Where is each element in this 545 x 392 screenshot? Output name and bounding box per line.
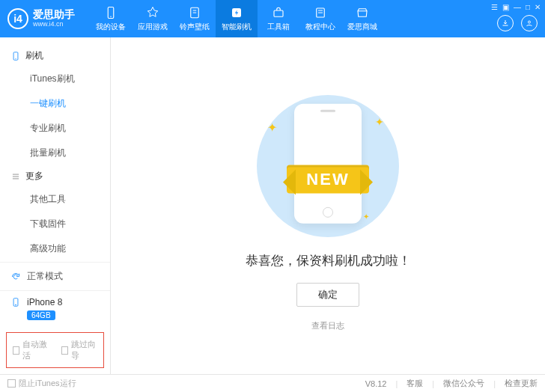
storage-badge: 64GB [27,310,55,320]
view-log-link[interactable]: 查看日志 [311,320,344,331]
wechat-link[interactable]: 微信公众号 [443,378,484,389]
svg-rect-4 [274,10,283,16]
support-link[interactable]: 客服 [407,378,423,389]
auto-activate-checkbox[interactable]: 自动激活 [13,339,49,361]
minimize-icon[interactable]: — [514,3,521,11]
sidebar-item-advanced[interactable]: 高级功能 [30,236,100,261]
logo-icon: i4 [7,8,28,29]
main-panel: ✦ ✦ ✦ NEW 恭喜您，保资料刷机成功啦！ 确定 查看日志 [111,37,545,374]
nav-my-device[interactable]: 我的设备 [90,0,132,37]
window-controls: ☰ ▣ — □ ✕ [491,3,541,11]
nav-store[interactable]: 爱思商城 [341,0,383,37]
sidebar-group-flash[interactable]: 刷机 [10,45,100,67]
skin-icon[interactable]: ▣ [502,3,509,11]
nav-flash[interactable]: 智能刷机 [216,0,258,37]
sidebar-item-onekey-flash[interactable]: 一键刷机 [30,91,100,116]
svg-point-1 [110,16,112,17]
sparkle-icon: ✦ [375,116,384,128]
nav-ringtones[interactable]: 铃声壁纸 [174,0,216,37]
sidebar-item-other-tools[interactable]: 其他工具 [30,187,100,212]
nav-tutorials[interactable]: 教程中心 [299,0,341,37]
sidebar-group-more[interactable]: 更多 [10,165,100,187]
status-bar: 阻止iTunes运行 V8.12| 客服| 微信公众号| 检查更新 [0,374,545,392]
menu-icon[interactable]: ☰ [491,3,498,11]
nav-tabs: 我的设备 应用游戏 铃声壁纸 智能刷机 工具箱 教程中心 爱思商城 [90,0,383,37]
sparkle-icon: ✦ [267,120,277,135]
nav-toolbox[interactable]: 工具箱 [258,0,299,37]
new-ribbon: NEW [287,165,368,194]
bottom-checkboxes: 自动激活 跳过向导 [6,332,104,368]
sidebar-item-download-fw[interactable]: 下载固件 [30,212,100,236]
close-icon[interactable]: ✕ [535,3,541,11]
sparkle-icon: ✦ [363,212,369,221]
sidebar-item-pro-flash[interactable]: 专业刷机 [30,116,100,141]
refresh-icon [10,272,21,282]
version-label: V8.12 [365,379,387,388]
sidebar: 刷机 iTunes刷机 一键刷机 专业刷机 批量刷机 更多 其他工具 下载固件 … [0,37,111,374]
device-row[interactable]: iPhone 8 64GB [0,291,110,328]
success-illustration: ✦ ✦ ✦ NEW [257,95,399,237]
success-message: 恭喜您，保资料刷机成功啦！ [246,252,411,269]
brand-subtitle: www.i4.cn [33,21,75,28]
check-update-link[interactable]: 检查更新 [505,378,538,389]
maximize-icon[interactable]: □ [526,3,530,11]
svg-point-10 [15,304,16,305]
skip-wizard-checkbox[interactable]: 跳过向导 [61,339,98,361]
svg-point-8 [15,58,16,58]
sidebar-item-itunes-flash[interactable]: iTunes刷机 [30,67,100,91]
brand-title: 爱思助手 [33,9,75,20]
block-itunes-checkbox[interactable]: 阻止iTunes运行 [7,378,76,389]
ok-button[interactable]: 确定 [296,283,359,307]
list-icon [10,171,21,182]
nav-apps[interactable]: 应用游戏 [132,0,174,37]
phone-icon [10,51,21,61]
device-icon [10,297,21,307]
device-mode-row[interactable]: 正常模式 [0,263,110,291]
download-icon[interactable] [497,15,514,31]
user-icon[interactable] [521,15,538,31]
svg-point-6 [529,21,531,23]
top-bar: i4 爱思助手 www.i4.cn 我的设备 应用游戏 铃声壁纸 智能刷机 工具… [0,0,545,37]
brand-logo: i4 爱思助手 www.i4.cn [7,8,75,29]
sidebar-item-batch-flash[interactable]: 批量刷机 [30,141,100,165]
